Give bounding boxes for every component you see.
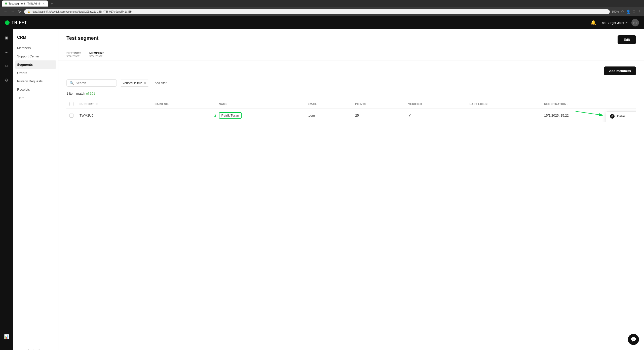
tab-members[interactable]: MEMBERS OVERVIEW (89, 49, 104, 60)
cell-verified: ✓ (405, 109, 467, 122)
table-header-row: SUPPORT ID CARD NO. NAME EMAIL POINTS VE… (66, 99, 636, 109)
app-body: ⊞ ≡ ☺ ⚙ 📊 ‹ CRM Members Support Center S… (0, 29, 644, 350)
footer-made-with: Made with ♥ (17, 349, 54, 350)
count-total: of 101 (86, 92, 95, 95)
browser-tab-bar: Test segment - Trifft Admin ✕ + (0, 0, 644, 7)
search-icon: 🔍 (70, 81, 74, 85)
reload-button[interactable]: ↻ (17, 9, 22, 14)
tab-settings[interactable]: SETTINGS OVERVIEW (66, 49, 81, 60)
col-card-no: CARD NO. (151, 99, 216, 109)
sidebar-icon-grid[interactable]: ⊞ (2, 33, 11, 42)
tab-title: Test segment - Trifft Admin (9, 2, 41, 5)
filter-chip-operator: is true (134, 81, 142, 85)
content-area: Add members 🔍 Verified is true ✕ + Add f… (58, 60, 644, 128)
col-registration: REGISTRATION ↓ (541, 99, 636, 109)
filter-chip-close-icon[interactable]: ✕ (144, 81, 146, 85)
results-count: 1 item match of 101 (66, 92, 636, 95)
sidebar-item-orders[interactable]: Orders (13, 69, 58, 77)
address-bar[interactable]: 🔒 https://app.trifft.io/cacitokiy/crm/se… (24, 9, 610, 14)
cell-name: 3 Patrik Turan (216, 109, 305, 122)
col-email: EMAIL (305, 99, 352, 109)
sidebar-item-members[interactable]: Members (13, 44, 58, 52)
row-checkbox[interactable] (69, 114, 73, 118)
col-verified: VERIFIED (405, 99, 467, 109)
tab-settings-sub: OVERVIEW (66, 55, 81, 57)
extensions-icon[interactable]: ⊡ (632, 10, 635, 14)
cell-card-no (151, 109, 216, 122)
tab-bar: SETTINGS OVERVIEW MEMBERS OVERVIEW (58, 49, 644, 60)
sort-icon: ↓ (567, 103, 569, 106)
menu-icon[interactable]: ⋮ (637, 10, 641, 14)
table-row: TWM2U5 3 Patrik Turan .com 25 (66, 109, 636, 122)
count-match: 1 item match (66, 92, 85, 95)
detail-icon: 👁 (610, 114, 615, 119)
address-text: https://app.trifft.io/cacitokiy/crm/segm… (32, 10, 132, 13)
chat-icon: 💬 (631, 337, 636, 342)
sidebar-title: CRM (13, 33, 58, 44)
main-header: Test segment Edit (58, 29, 644, 44)
tab-settings-label: SETTINGS (66, 52, 81, 55)
filter-chip-label: Verified (123, 81, 133, 85)
search-input[interactable] (76, 81, 113, 85)
chevron-down-icon: ▾ (626, 21, 627, 24)
verified-check-icon: ✓ (408, 114, 411, 118)
sidebar-item-segments[interactable]: Segments (15, 60, 56, 69)
profile-icon[interactable]: 👤 (626, 10, 630, 14)
bookmark-icon[interactable]: ☆ (621, 10, 624, 14)
sidebar-item-support-center[interactable]: Support Center (13, 52, 58, 60)
new-tab-button[interactable]: + (49, 1, 54, 6)
account-name: The Burger Joint (600, 21, 624, 25)
app-logo: TRIFFT (5, 20, 27, 25)
col-name: NAME (216, 99, 305, 109)
filter-chip-verified: Verified is true ✕ (120, 80, 149, 87)
context-menu-detail[interactable]: 👁 Detail (606, 112, 636, 121)
sidebar-item-tiers[interactable]: Tiers (13, 94, 58, 102)
sidebar-icon-rail: ⊞ ≡ ☺ ⚙ 📊 ‹ (0, 29, 13, 350)
navbar-right: 🔔 The Burger Joint ▾ PT (590, 19, 639, 26)
filter-bar: 🔍 Verified is true ✕ + Add filter (66, 79, 636, 87)
cell-support-id: TWM2U5 (77, 109, 151, 122)
col-support-id: SUPPORT ID (77, 99, 151, 109)
sidebar-nav: CRM Members Support Center Segments Orde… (13, 29, 58, 350)
members-table: SUPPORT ID CARD NO. NAME EMAIL POINTS VE… (66, 99, 636, 122)
tab-close-icon[interactable]: ✕ (43, 2, 45, 5)
tab-members-label: MEMBERS (89, 52, 104, 55)
sidebar-icon-chart[interactable]: 📊 (2, 332, 11, 341)
context-menu-popup: 👁 Detail ⊖ Remove (606, 111, 636, 123)
cell-last-login (467, 109, 541, 122)
zoom-level: 150% (612, 10, 619, 13)
cell-email: .com (305, 109, 352, 122)
page-title: Test segment (66, 35, 98, 41)
annotation-3: 3 (214, 114, 216, 117)
sidebar-footer: Made with ♥ by TRIFFT Loyalty Platform (13, 345, 58, 350)
chat-button[interactable]: 💬 (628, 334, 639, 345)
sidebar-item-privacy-requests[interactable]: Privacy Requests (13, 77, 58, 85)
account-selector[interactable]: The Burger Joint ▾ (600, 21, 627, 25)
name-cell-highlighted: Patrik Turan (219, 112, 242, 119)
select-all-checkbox[interactable] (69, 102, 73, 106)
browser-tab[interactable]: Test segment - Trifft Admin ✕ (2, 1, 48, 7)
add-members-button[interactable]: Add members (604, 66, 636, 75)
forward-button[interactable]: → (10, 9, 15, 14)
notification-bell-icon[interactable]: 🔔 (590, 20, 596, 25)
sidebar-icon-gear[interactable]: ⚙ (2, 76, 11, 85)
sidebar-item-receipts[interactable]: Receipts (13, 85, 58, 94)
cell-points: 25 (352, 109, 405, 122)
sidebar-icon-smile[interactable]: ☺ (2, 61, 11, 71)
edit-button[interactable]: Edit (618, 35, 636, 44)
top-navbar: TRIFFT 🔔 The Burger Joint ▾ PT (0, 16, 644, 29)
col-points: POINTS (352, 99, 405, 109)
tab-members-sub: OVERVIEW (89, 55, 104, 57)
context-menu: 4 👁 Detail ⊖ (606, 111, 636, 123)
back-button[interactable]: ← (3, 9, 8, 14)
detail-label: Detail (617, 114, 625, 118)
sidebar-icon-list[interactable]: ≡ (2, 47, 11, 56)
logo-text: TRIFFT (12, 20, 27, 25)
context-menu-remove[interactable]: ⊖ Remove (606, 121, 636, 123)
search-box[interactable]: 🔍 (66, 79, 117, 87)
add-filter-button[interactable]: + Add filter (152, 81, 167, 85)
browser-address-bar-row: ← → ↻ 🔒 https://app.trifft.io/cacitokiy/… (0, 7, 644, 16)
browser-right-controls: ☆ 👤 ⊡ ⋮ (621, 10, 641, 14)
logo-dot (5, 20, 10, 25)
avatar[interactable]: PT (631, 19, 639, 26)
